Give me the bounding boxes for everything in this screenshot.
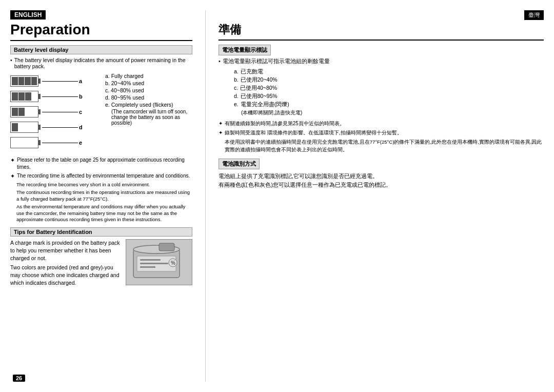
battery-level-label-b: b. 20~40% used (105, 80, 192, 86)
page-number: 26 (13, 375, 25, 382)
english-badge: ENGLISH (10, 10, 46, 19)
battery-icon-b (10, 91, 38, 102)
taiwan-badge: 臺灣 (524, 10, 544, 20)
battery-level-label-a: a. Fully charged (105, 73, 192, 79)
battery-icon-c (10, 106, 38, 117)
diamond-icon-2: ✦ (10, 172, 15, 180)
battery-svg: % (131, 242, 187, 283)
battery-icon-a (10, 75, 38, 87)
note-2: ✦ The recording time is affected by envi… (10, 172, 192, 180)
right-battery-id-header: 電池識別方式 (219, 159, 260, 169)
small-note-2: The continuous recording times in the op… (16, 189, 192, 203)
tips-section: Tips for Battery Identification A charge… (10, 227, 192, 286)
right-battery-intro: • 電池電量顯示標誌可指示電池組的剩餘電量 (219, 58, 544, 65)
battery-level-label-e: e. Completely used (flickers) (105, 102, 192, 108)
battery-diagram: a b (10, 70, 92, 152)
right-battery-header: 電池電量顯示標誌 (219, 45, 271, 55)
right-small-note: 本使用說明書中的連續拍攝時間是在使用完全充飽電的電池,且在77°F(25°C)的… (225, 138, 544, 153)
svg-text:%: % (171, 260, 175, 266)
note-1: ✦ Please refer to the table on page 25 f… (10, 156, 192, 171)
tips-text: A charge mark is provided on the battery… (10, 239, 121, 286)
right-notes: ✦ 有關連續錄製的時間,請參見第25頁中近似的時間表。 ✦ 錄製時間受溫度和 環… (219, 120, 544, 153)
small-notes: The recording time becomes very short in… (16, 182, 192, 223)
diamond-icon-1: ✦ (10, 156, 15, 171)
battery-level-label-d: d. 80~95% used (105, 94, 192, 101)
right-battery-level-b: b. 已使用20~40% (234, 76, 544, 84)
right-battery-id-text1: 電池組上提供了充電識別標記,它可以讓您識別是否已經充過電。 (219, 172, 544, 181)
battery-icon-e (10, 137, 38, 148)
tips-header: Tips for Battery Identification (10, 227, 192, 237)
column-divider (205, 10, 206, 382)
battery-image: % (126, 239, 192, 285)
battery-level-section: Battery level display • The battery leve… (10, 45, 192, 152)
battery-level-e: e (10, 137, 92, 148)
left-column: ENGLISH Preparation Battery level displa… (10, 10, 200, 382)
right-battery-id-section: 電池識別方式 電池組上提供了充電識別標記,它可以讓您識別是否已經充過電。 有兩種… (219, 159, 544, 189)
right-battery-id-text2: 有兩種色(紅色和灰色)您可以選擇任意一種作為已充電或已電的標記。 (219, 181, 544, 189)
battery-diagram-row: a b (10, 70, 192, 152)
right-diamond-1: ✦ (219, 120, 223, 127)
tips-text-1: A charge mark is provided on the battery… (10, 239, 121, 262)
right-battery-levels: a. 已充飽電 b. 已使用20~40% c. 已使用40~80% d. 已使用… (234, 68, 544, 116)
battery-level-b: b (10, 91, 92, 102)
tips-content: A charge mark is provided on the battery… (10, 239, 192, 286)
battery-intro: • The battery level display indicates th… (10, 57, 192, 69)
svg-rect-2 (159, 243, 174, 251)
svg-rect-6 (140, 266, 155, 268)
right-column: 臺灣 準備 電池電量顯示標誌 • 電池電量顯示標誌可指示電池組的剩餘電量 a. … (211, 10, 544, 382)
tips-text-2: Two colors are provided (red and grey)-y… (10, 264, 121, 286)
battery-section-header: Battery level display (10, 45, 192, 54)
right-battery-level-a: a. 已充飽電 (234, 68, 544, 75)
page-title: Preparation (10, 22, 192, 41)
battery-level-d: d (10, 122, 92, 133)
flickers-note: (The camcorder will turn off soon, chang… (111, 109, 192, 126)
right-battery-section: 電池電量顯示標誌 • 電池電量顯示標誌可指示電池組的剩餘電量 a. 已充飽電 b… (219, 45, 544, 116)
right-flicker-note: (本機即將關閉,請盡快充電) (241, 109, 544, 116)
svg-rect-4 (140, 259, 161, 261)
svg-rect-5 (140, 263, 168, 264)
right-battery-level-c: c. 已使用40~80% (234, 85, 544, 92)
battery-level-label-c: c. 40~80% used (105, 87, 192, 93)
battery-level-c: c (10, 106, 92, 117)
battery-icon-d (10, 122, 38, 133)
small-note-1: The recording time becomes very short in… (16, 182, 192, 188)
right-note-2: ✦ 錄製時間受溫度和 環境條件的影響。在低溫環境下,拍攝時間將變得十分短暫。 (219, 129, 544, 136)
small-note-3: As the environmental temperature and con… (16, 204, 192, 223)
right-page-title: 準備 (219, 22, 544, 41)
battery-levels-list: a. Fully charged b. 20~40% used c. 40~80… (100, 70, 192, 127)
notes-section: ✦ Please refer to the table on page 25 f… (10, 156, 192, 223)
right-diamond-2: ✦ (219, 129, 223, 136)
battery-level-a: a (10, 75, 92, 87)
right-note-1: ✦ 有關連續錄製的時間,請參見第25頁中近似的時間表。 (219, 120, 544, 127)
right-battery-level-d: d. 已使用80~95% (234, 93, 544, 100)
right-battery-level-e: e. 電量完全用盡(閃爍) (234, 101, 544, 108)
